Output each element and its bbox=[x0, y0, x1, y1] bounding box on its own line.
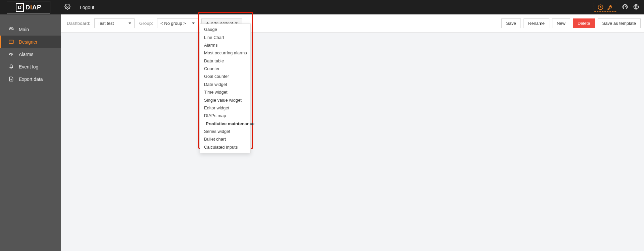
new-button[interactable]: New bbox=[552, 18, 570, 28]
new-label: New bbox=[557, 21, 565, 26]
tools-icon bbox=[607, 4, 613, 10]
widget-menu-item[interactable]: Single value widget bbox=[200, 96, 250, 104]
group-select[interactable]: < No group > bbox=[157, 18, 198, 28]
megaphone-icon bbox=[8, 51, 14, 57]
svg-rect-3 bbox=[9, 40, 13, 44]
sidebar-item-label: Designer bbox=[19, 39, 38, 45]
dashboard-icon bbox=[8, 27, 14, 32]
dashboard-select-value: Test test bbox=[98, 21, 114, 26]
sidebar: Main Designer Alarms Event log Export da… bbox=[0, 14, 61, 251]
caret-down-icon bbox=[129, 22, 131, 24]
sidebar-item-main[interactable]: Main bbox=[0, 23, 61, 36]
bell-icon bbox=[8, 64, 14, 69]
logo[interactable]: D. DIAP bbox=[7, 1, 50, 13]
sidebar-item-label: Export data bbox=[19, 77, 43, 82]
add-widget-menu: GaugeLine ChartAlarmsMost occurring alar… bbox=[200, 23, 251, 153]
globe-icon[interactable] bbox=[633, 4, 639, 11]
logout-link[interactable]: Logout bbox=[80, 5, 94, 10]
sidebar-item-label: Main bbox=[19, 27, 29, 32]
rename-label: Rename bbox=[528, 21, 545, 26]
sidebar-item-label: Event log bbox=[19, 64, 38, 69]
widget-menu-item[interactable]: Bullet chart bbox=[200, 135, 250, 143]
settings-icon[interactable] bbox=[64, 4, 70, 11]
caret-down-icon bbox=[192, 22, 195, 24]
widget-menu-item[interactable]: Predictive maintenance bbox=[200, 120, 250, 128]
sidebar-item-export[interactable]: Export data bbox=[0, 73, 61, 85]
export-icon bbox=[8, 76, 14, 82]
widget-menu-item[interactable]: Editor widget bbox=[200, 104, 250, 112]
topbar-right bbox=[594, 3, 639, 12]
rename-button[interactable]: Rename bbox=[524, 18, 549, 28]
sidebar-item-eventlog[interactable]: Event log bbox=[0, 60, 61, 73]
save-template-button[interactable]: Save as template bbox=[598, 18, 641, 28]
widget-menu-item[interactable]: Alarms bbox=[200, 41, 250, 49]
widget-menu-item[interactable]: DIAPs map bbox=[200, 112, 250, 119]
maintenance-indicator[interactable] bbox=[594, 3, 617, 12]
topbar: D. DIAP Logout bbox=[0, 0, 644, 14]
widget-menu-item[interactable]: Date widget bbox=[200, 81, 250, 88]
sidebar-item-designer[interactable]: Designer bbox=[0, 36, 61, 48]
group-label: Group: bbox=[139, 21, 153, 26]
widget-menu-item[interactable]: Data table bbox=[200, 57, 250, 65]
main: Dashboard: Test test Group: < No group >… bbox=[61, 14, 644, 251]
delete-label: Delete bbox=[578, 21, 590, 26]
logo-mark: D. bbox=[16, 3, 24, 12]
widget-menu-item[interactable]: Series widget bbox=[200, 128, 250, 135]
clock-icon bbox=[597, 4, 604, 10]
dashboard-select[interactable]: Test test bbox=[94, 18, 135, 28]
widget-menu-item[interactable]: Counter bbox=[200, 65, 250, 72]
dashboard-label: Dashboard: bbox=[67, 21, 90, 26]
svg-point-0 bbox=[67, 6, 68, 8]
group-select-value: < No group > bbox=[160, 21, 186, 26]
widget-menu-item[interactable]: Goal counter bbox=[200, 72, 250, 80]
sidebar-item-label: Alarms bbox=[19, 52, 34, 57]
save-button[interactable]: Save bbox=[501, 18, 521, 28]
widget-menu-item[interactable]: Line Chart bbox=[200, 33, 250, 41]
widget-menu-item[interactable]: Time widget bbox=[200, 88, 250, 96]
designer-icon bbox=[8, 39, 14, 45]
add-widget-wrap: + Add Widget GaugeLine ChartAlarmsMost o… bbox=[201, 18, 242, 28]
widget-menu-item[interactable]: Gauge bbox=[200, 26, 250, 33]
gauge-icon[interactable] bbox=[622, 4, 628, 11]
widget-menu-item[interactable]: Calculated Inputs bbox=[200, 143, 250, 151]
widget-menu-item[interactable]: Most occurring alarms bbox=[200, 49, 250, 57]
delete-button[interactable]: Delete bbox=[573, 18, 595, 28]
sidebar-item-alarms[interactable]: Alarms bbox=[0, 48, 61, 60]
save-template-label: Save as template bbox=[602, 21, 636, 26]
save-label: Save bbox=[506, 21, 516, 26]
toolbar-right: Save Rename New Delete Save as template bbox=[501, 18, 641, 28]
logo-text: DIAP bbox=[26, 4, 41, 11]
toolbar: Dashboard: Test test Group: < No group >… bbox=[61, 14, 644, 33]
